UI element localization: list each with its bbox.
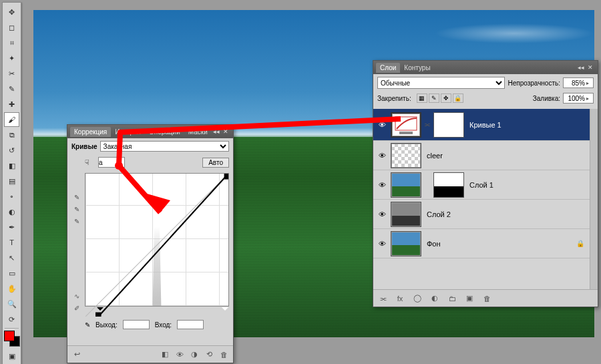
channel-input[interactable] [98, 157, 125, 168]
layers-scrollbar[interactable] [590, 109, 598, 289]
fill-input[interactable] [564, 95, 586, 102]
tab-history[interactable]: История [111, 127, 145, 137]
input-value-field[interactable] [177, 320, 204, 329]
layer-mask-thumbnail[interactable] [433, 172, 464, 198]
blend-mode-select[interactable]: Обычные [377, 77, 505, 89]
foreground-color-swatch[interactable] [4, 331, 15, 341]
toggle-visibility-icon[interactable]: 👁 [174, 349, 185, 360]
fill-field[interactable]: ▸ [563, 93, 594, 104]
layer-name[interactable]: Фон [427, 240, 441, 248]
reset-icon[interactable]: ⟲ [204, 349, 214, 360]
opacity-field[interactable]: ▸ [563, 77, 594, 88]
layer-name[interactable]: Кривые 1 [469, 121, 502, 129]
layer-name[interactable]: Слой 2 [427, 210, 451, 218]
type-tool[interactable]: T [4, 235, 19, 250]
black-point-slider[interactable] [97, 307, 104, 314]
layers-panel-header[interactable]: Слои Контуры ◂◂ ✕ [373, 61, 598, 74]
quick-mask-toggle[interactable]: ▣ [4, 349, 19, 363]
curves-curve-line[interactable] [85, 174, 228, 317]
layer-row[interactable]: 👁 Фон 🔒 [373, 229, 590, 258]
layers-panel[interactable]: Слои Контуры ◂◂ ✕ Обычные Непрозрачность… [373, 60, 598, 307]
view-previous-icon[interactable]: ◑ [189, 349, 200, 360]
lock-position-icon[interactable]: ✥ [441, 94, 451, 103]
layer-row[interactable]: 👁 cleer [373, 141, 590, 170]
visibility-toggle-icon[interactable]: 👁 [376, 121, 388, 129]
crop-tool[interactable]: ✂ [4, 66, 19, 81]
curves-graph[interactable] [85, 173, 229, 307]
tab-operation[interactable]: Операции [145, 127, 184, 137]
clip-to-layer-icon[interactable]: ◧ [160, 349, 170, 360]
hand-tool[interactable]: ✋ [4, 281, 19, 296]
opacity-input[interactable] [564, 79, 586, 87]
new-layer-icon[interactable]: ▣ [464, 293, 475, 304]
new-group-icon[interactable]: 🗀 [447, 293, 457, 304]
pen-tool[interactable]: ✒ [4, 220, 19, 234]
visibility-toggle-icon[interactable]: 👁 [376, 181, 388, 189]
eyedropper-set-icon[interactable]: ✎ [85, 321, 90, 329]
add-mask-icon[interactable]: ◯ [412, 293, 423, 304]
output-value-field[interactable] [123, 320, 150, 329]
tab-paths[interactable]: Контуры [400, 63, 434, 73]
collapse-icon[interactable]: ◂◂ [576, 63, 586, 72]
link-icon[interactable]: ⫘ [424, 121, 431, 128]
curves-preset-select[interactable]: Заказная [100, 141, 229, 152]
stamp-tool[interactable]: ⧉ [4, 128, 19, 142]
new-adjustment-icon[interactable]: ◐ [429, 293, 440, 304]
auto-button[interactable]: Авто [202, 158, 229, 168]
layer-style-icon[interactable]: fx [395, 293, 405, 304]
tab-masks[interactable]: Маски [184, 127, 212, 137]
visibility-toggle-icon[interactable]: 👁 [376, 210, 388, 218]
white-point-slider[interactable] [222, 307, 228, 314]
tab-layers[interactable]: Слои [376, 63, 400, 73]
layer-name[interactable]: Слой 1 [469, 181, 493, 189]
heal-tool[interactable]: ✚ [4, 97, 19, 112]
hand-target-icon[interactable]: ☟ [85, 158, 95, 167]
layer-row[interactable]: 👁 Слой 2 [373, 200, 590, 229]
layer-row[interactable]: 👁 Слой 1 [373, 170, 590, 200]
layer-thumbnail[interactable] [391, 143, 421, 168]
delete-layer-icon[interactable]: 🗑 [481, 293, 492, 304]
dodge-tool[interactable]: ◐ [4, 204, 19, 219]
collapse-icon[interactable]: ◂◂ [212, 127, 221, 136]
brush-tool[interactable]: 🖌 [4, 112, 19, 127]
tab-correction[interactable]: Коррекция [70, 127, 111, 137]
visibility-toggle-icon[interactable]: 👁 [376, 152, 388, 160]
opacity-flyout-icon[interactable]: ▸ [586, 80, 593, 86]
eyedropper-gray-icon[interactable]: ✎ [71, 204, 82, 214]
adjustments-panel[interactable]: Коррекция История Операции Маски ◂◂ ✕ Кр… [67, 124, 234, 363]
color-swatches[interactable] [4, 331, 20, 347]
visibility-toggle-icon[interactable]: 👁 [376, 240, 388, 248]
return-to-layer-icon[interactable]: ↩ [71, 349, 82, 360]
history-brush-tool[interactable]: ↺ [4, 143, 19, 158]
layer-thumbnail[interactable] [391, 231, 421, 256]
layer-row[interactable]: 👁 ⫘ Кривые 1 [373, 109, 590, 141]
layer-mask-thumbnail[interactable] [433, 112, 464, 138]
eyedropper-white-icon[interactable]: ✎ [71, 216, 82, 226]
layer-thumbnail[interactable] [391, 172, 421, 198]
curve-pencil-icon[interactable]: ✐ [71, 303, 82, 313]
rotate-tool[interactable]: ⟳ [4, 312, 19, 327]
layer-thumbnail[interactable] [391, 202, 421, 227]
delete-adjustment-icon[interactable]: 🗑 [218, 349, 229, 360]
curve-smooth-icon[interactable]: ∿ [71, 291, 82, 301]
adjustments-panel-header[interactable]: Коррекция История Операции Маски ◂◂ ✕ [67, 125, 233, 138]
rectangle-tool[interactable]: ▭ [4, 266, 19, 281]
layer-thumbnail[interactable] [391, 112, 421, 138]
lock-all-icon[interactable]: 🔒 [453, 94, 463, 103]
zoom-tool[interactable]: 🔍 [4, 297, 19, 311]
eyedropper-tool[interactable]: ✎ [4, 81, 19, 96]
eraser-tool[interactable]: ◧ [4, 158, 19, 173]
fill-flyout-icon[interactable]: ▸ [586, 96, 593, 102]
gradient-tool[interactable]: ▤ [4, 174, 19, 188]
link-layers-icon[interactable]: ⫘ [377, 293, 388, 304]
blur-tool[interactable]: ∘ [4, 189, 19, 204]
close-icon[interactable]: ✕ [586, 63, 595, 72]
lasso-tool[interactable]: ⌗ [4, 35, 19, 50]
marquee-tool[interactable]: ◻ [4, 20, 19, 35]
move-tool[interactable]: ✥ [4, 5, 19, 19]
eyedropper-black-icon[interactable]: ✎ [71, 192, 82, 202]
path-select-tool[interactable]: ↖ [4, 250, 19, 265]
lock-pixels-icon[interactable]: ✎ [429, 94, 439, 103]
close-icon[interactable]: ✕ [221, 127, 230, 136]
lock-transparency-icon[interactable]: ▦ [417, 94, 427, 103]
